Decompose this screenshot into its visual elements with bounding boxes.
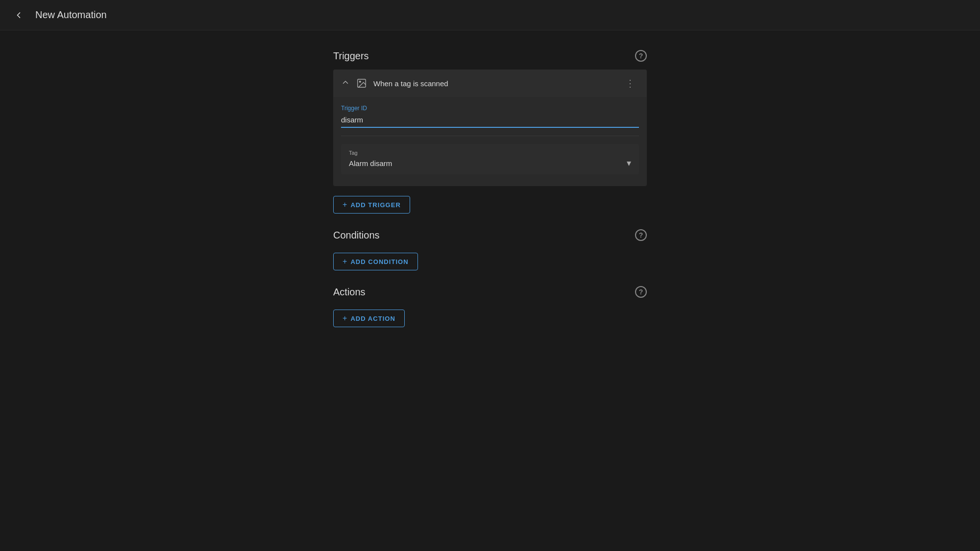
triggers-help-icon[interactable]: ? — [635, 50, 647, 62]
triggers-section: Triggers ? When — [333, 50, 647, 214]
tag-icon — [356, 77, 368, 89]
dropdown-arrow-icon: ▾ — [627, 158, 631, 168]
trigger-id-input[interactable] — [341, 114, 639, 128]
tag-dropdown-field: Tag Alarm disarm ▾ — [341, 144, 639, 174]
main-content: Triggers ? When — [0, 30, 980, 551]
trigger-id-label: Trigger ID — [341, 105, 639, 112]
trigger-card-header[interactable]: When a tag is scanned ⋮ — [333, 70, 647, 97]
back-button[interactable] — [10, 6, 27, 24]
conditions-section: Conditions ? + ADD CONDITION — [333, 229, 647, 270]
tag-dropdown[interactable]: Alarm disarm ▾ — [349, 158, 631, 168]
trigger-card: When a tag is scanned ⋮ Trigger ID Tag A… — [333, 70, 647, 186]
add-condition-button[interactable]: + ADD CONDITION — [333, 253, 418, 270]
conditions-section-header: Conditions ? — [333, 229, 647, 241]
trigger-more-icon[interactable]: ⋮ — [621, 75, 639, 91]
add-trigger-label: ADD TRIGGER — [350, 201, 400, 209]
collapse-icon[interactable] — [341, 78, 350, 89]
add-trigger-button[interactable]: + ADD TRIGGER — [333, 196, 410, 214]
trigger-card-body: Trigger ID Tag Alarm disarm ▾ — [333, 97, 647, 186]
divider — [341, 136, 639, 136]
actions-title: Actions — [333, 287, 366, 298]
triggers-section-header: Triggers ? — [333, 50, 647, 62]
actions-help-icon[interactable]: ? — [635, 286, 647, 298]
conditions-help-icon[interactable]: ? — [635, 229, 647, 241]
page-title: New Automation — [35, 9, 107, 21]
tag-label: Tag — [349, 150, 631, 156]
add-condition-label: ADD CONDITION — [350, 258, 408, 265]
svg-point-1 — [359, 81, 361, 82]
actions-section: Actions ? + ADD ACTION — [333, 286, 647, 327]
conditions-title: Conditions — [333, 230, 380, 241]
triggers-title: Triggers — [333, 50, 369, 62]
actions-section-header: Actions ? — [333, 286, 647, 298]
tag-value: Alarm disarm — [349, 159, 392, 168]
trigger-name: When a tag is scanned — [373, 79, 621, 88]
header: New Automation — [0, 0, 980, 30]
trigger-id-field: Trigger ID — [341, 105, 639, 128]
add-action-label: ADD ACTION — [350, 315, 395, 322]
add-action-button[interactable]: + ADD ACTION — [333, 310, 405, 327]
